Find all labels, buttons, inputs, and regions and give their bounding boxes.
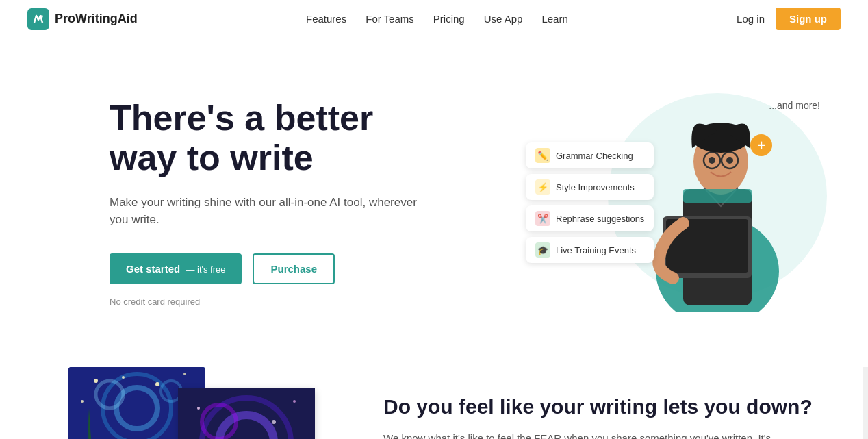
svg-point-20 [155,382,159,386]
feature-card-rephrase: ✂️ Rephrase suggestions [526,205,654,231]
rephrase-icon: ✂️ [535,211,550,226]
nav-use-app[interactable]: Use App [484,13,523,25]
section2-description: We know what it's like to feel the FEAR … [383,430,813,439]
svg-point-30 [293,400,296,403]
nav-for-teams[interactable]: For Teams [366,13,414,25]
nav-features[interactable]: Features [306,13,346,25]
svg-rect-12 [683,189,752,203]
feature-card-grammar: ✏️ Grammar Checking [526,142,654,168]
section2-text: Do you feel like your writing lets you d… [383,367,813,439]
svg-point-10 [726,157,733,164]
style-label: Style Improvements [556,182,635,192]
grammar-label: Grammar Checking [556,151,633,161]
no-credit-text: No credit card required [110,297,438,307]
svg-point-18 [94,379,98,383]
plus-badge: + [750,134,772,156]
hero-title: There's a better way to write [110,99,438,177]
training-label: Live Training Events [556,245,636,255]
and-more-text: ...and more! [769,100,820,111]
svg-point-31 [272,420,276,424]
style-icon: ⚡ [535,179,550,195]
training-icon: 🎓 [535,242,550,258]
signup-button[interactable]: Sign up [776,8,841,30]
logo-link[interactable]: ProWritingAid [27,8,138,30]
get-started-button[interactable]: Get started — it's free [110,253,242,284]
hero-left: There's a better way to write Make your … [110,99,438,306]
hero-illustration: ✏️ Grammar Checking ⚡ Style Improvements… [526,79,813,326]
nav-pricing[interactable]: Pricing [433,13,465,25]
section2-images: My idea in my head [68,367,329,439]
hero-buttons: Get started — it's free Purchase [110,253,438,284]
section2: My idea in my head Do you feel like your… [0,367,868,439]
hero-subtitle: Make your writing shine with our all-in-… [110,194,438,229]
svg-point-29 [197,407,200,410]
navbar: ProWritingAid Features For Teams Pricing… [0,0,868,38]
hero-section: There's a better way to write Make your … [0,38,868,367]
login-button[interactable]: Log in [737,13,765,25]
svg-point-19 [122,376,125,379]
rephrase-label: Rephrase suggestions [556,214,644,224]
section2-title: Do you feel like your writing lets you d… [383,394,813,419]
svg-point-21 [183,373,186,375]
purchase-button[interactable]: Purchase [253,253,335,284]
svg-point-22 [81,400,84,403]
feature-cards: ✏️ Grammar Checking ⚡ Style Improvements… [526,142,654,263]
feature-card-style: ⚡ Style Improvements [526,174,654,200]
nav-actions: Log in Sign up [737,8,841,30]
grammar-icon: ✏️ [535,148,550,163]
second-image [178,388,315,439]
logo-text: ProWritingAid [55,12,138,26]
logo-icon [27,8,49,30]
feature-card-training: 🎓 Live Training Events [526,237,654,263]
nav-learn[interactable]: Learn [541,13,567,25]
svg-point-9 [709,157,715,164]
svg-point-0 [40,15,43,18]
nav-links: Features For Teams Pricing Use App Learn [306,13,568,25]
hero-person [635,79,800,312]
